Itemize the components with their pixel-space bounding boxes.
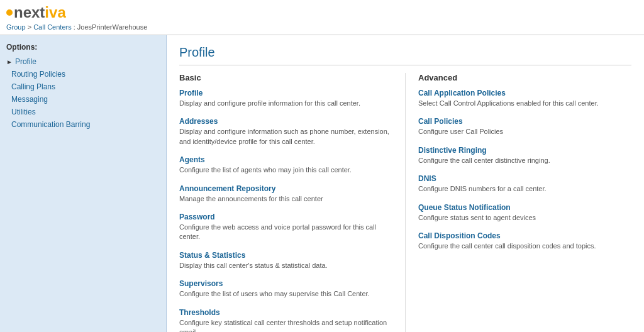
breadcrumb-group[interactable]: Group [6,23,26,31]
sidebar-item-messaging[interactable]: Messaging [0,93,166,106]
section-profile: Profile Display and configure profile in… [179,89,392,108]
section-thresholds: Thresholds Configure key statistical cal… [179,308,392,332]
advanced-column: Advanced Call Application Policies Selec… [406,73,631,332]
desc-status-statistics: Display this call center's status & stat… [179,261,392,270]
section-addresses: Addresses Display and configure informat… [179,117,392,147]
sidebar: Options: ► Profile Routing Policies Call… [0,35,167,332]
sidebar-link-utilities[interactable]: Utilities [11,108,36,116]
desc-profile: Display and configure profile informatio… [179,99,392,108]
desc-call-policies: Configure user Call Policies [418,127,631,136]
breadcrumb-current: : JoesPrinterWarehouse [74,23,148,31]
breadcrumb-sep1: > [28,23,31,31]
header: nextiva Group > Call Centers : JoesPrint… [0,0,644,35]
section-dnis: DNIS Configure DNIS numbers for a call c… [418,174,631,194]
link-distinctive-ringing[interactable]: Distinctive Ringing [418,146,487,155]
basic-column: Basic Profile Display and configure prof… [179,73,406,332]
page-title: Profile [179,45,631,65]
link-profile[interactable]: Profile [179,89,203,97]
link-thresholds[interactable]: Thresholds [179,308,220,317]
section-call-disposition-codes: Call Disposition Codes Configure the cal… [418,231,631,251]
section-supervisors: Supervisors Configure the list of users … [179,279,392,299]
logo-text-iva: iva [45,4,65,21]
sidebar-item-communication-barring[interactable]: Communication Barring [0,118,166,131]
desc-supervisors: Configure the list of users who may supe… [179,289,392,299]
advanced-header: Advanced [418,73,631,82]
sidebar-link-calling-plans[interactable]: Calling Plans [11,82,55,91]
section-password: Password Configure the web access and vo… [179,213,392,242]
sidebar-item-calling-plans[interactable]: Calling Plans [0,80,166,93]
desc-distinctive-ringing: Configure the call center distinctive ri… [418,156,631,165]
desc-queue-status-notification: Configure status sent to agent devices [418,213,631,223]
link-supervisors[interactable]: Supervisors [179,279,223,288]
desc-announcement-repository: Manage the announcements for this call c… [179,194,392,204]
desc-dnis: Configure DNIS numbers for a call center… [418,184,631,194]
sidebar-link-profile[interactable]: Profile [15,57,36,66]
sidebar-link-routing-policies[interactable]: Routing Policies [11,70,65,79]
link-status-statistics[interactable]: Status & Statistics [179,251,245,260]
section-call-policies: Call Policies Configure user Call Polici… [418,117,631,136]
content-columns: Basic Profile Display and configure prof… [179,73,631,332]
sidebar-item-utilities[interactable]: Utilities [0,106,166,118]
logo-wrap: nextiva Group > Call Centers : JoesPrint… [6,4,147,31]
logo-circle-icon [6,9,13,16]
desc-thresholds: Configure key statistical call center th… [179,318,392,332]
link-queue-status-notification[interactable]: Queue Status Notification [418,203,511,212]
sidebar-item-routing-policies[interactable]: Routing Policies [0,68,166,80]
layout: Options: ► Profile Routing Policies Call… [0,35,644,332]
section-announcement-repository: Announcement Repository Manage the annou… [179,184,392,204]
section-status-statistics: Status & Statistics Display this call ce… [179,251,392,270]
link-password[interactable]: Password [179,213,215,221]
section-queue-status-notification: Queue Status Notification Configure stat… [418,203,631,223]
link-call-policies[interactable]: Call Policies [418,117,463,126]
arrow-icon: ► [6,58,13,65]
sidebar-link-communication-barring[interactable]: Communication Barring [11,120,90,129]
link-call-application-policies[interactable]: Call Application Policies [418,89,506,97]
options-label: Options: [0,40,166,55]
sidebar-link-messaging[interactable]: Messaging [11,95,48,104]
link-announcement-repository[interactable]: Announcement Repository [179,184,275,193]
logo-row: nextiva [6,4,147,21]
sidebar-item-profile[interactable]: ► Profile [0,55,166,68]
link-addresses[interactable]: Addresses [179,117,218,126]
breadcrumb: Group > Call Centers : JoesPrinterWareho… [6,23,147,31]
link-call-disposition-codes[interactable]: Call Disposition Codes [418,231,501,240]
basic-header: Basic [179,73,392,82]
desc-call-application-policies: Select Call Control Applications enabled… [418,99,631,108]
section-distinctive-ringing: Distinctive Ringing Configure the call c… [418,146,631,165]
link-dnis[interactable]: DNIS [418,174,436,183]
breadcrumb-call-centers[interactable]: Call Centers [33,23,72,31]
logo-text-next: next [14,4,45,21]
section-agents: Agents Configure the list of agents who … [179,155,392,175]
link-agents[interactable]: Agents [179,155,205,164]
desc-agents: Configure the list of agents who may joi… [179,165,392,175]
desc-addresses: Display and configure information such a… [179,127,392,147]
section-call-application-policies: Call Application Policies Select Call Co… [418,89,631,108]
main-content: Profile Basic Profile Display and config… [167,35,644,332]
desc-password: Configure the web access and voice porta… [179,223,392,242]
desc-call-disposition-codes: Configure the call center call dispositi… [418,241,631,251]
